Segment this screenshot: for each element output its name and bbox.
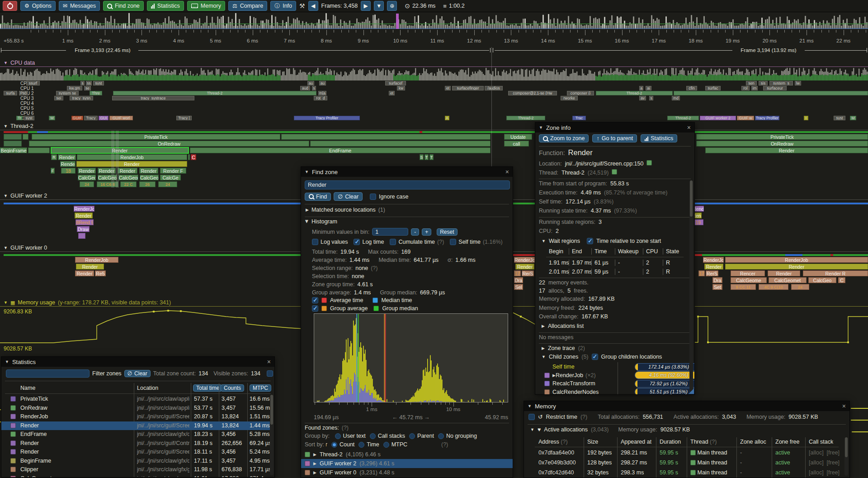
self-time-checkbox[interactable] (450, 239, 456, 245)
cpu-zone-chip[interactable]: av (639, 96, 646, 100)
zone-query-input[interactable] (305, 180, 510, 189)
zone-chip[interactable]: Render (75, 213, 93, 218)
zone-chip[interactable] (4, 141, 22, 147)
table-row[interactable]: BeginFrame jni/../jni/src/claw/gfx/drv/v… (1, 457, 270, 466)
histogram-section-header[interactable]: ▶ Histogram (306, 218, 337, 225)
zone-chip[interactable]: CalcGeo (78, 175, 96, 180)
zone-chip[interactable]: 24 (158, 181, 177, 187)
allocation-row[interactable]: 0x7dfc42d640 32 bytes 298.3 ms 59.95 s M… (524, 468, 842, 478)
zone-chip[interactable]: RenderJob (75, 257, 118, 263)
cpu-zone-chip[interactable]: Thread-2 (113, 91, 316, 95)
sort-mtpc-button[interactable]: MTPC (250, 384, 271, 392)
compare-button[interactable]: ⚖Compare (228, 1, 267, 11)
group-by-radio[interactable]: No grouping (438, 433, 477, 439)
frame-bands[interactable]: Frame 3,193 (22.45 ms) Frame 3,194 (13.9… (0, 47, 868, 54)
zone-chip[interactable]: Render (75, 270, 94, 276)
sort-counts-button[interactable]: Counts (221, 384, 244, 392)
group-by-radio[interactable]: User text (335, 433, 366, 439)
column-size[interactable]: Size (587, 439, 598, 445)
zone-chip[interactable]: RenderJol (514, 257, 535, 263)
matched-source-locations[interactable]: ▶ Matched source locations(1) (306, 207, 385, 213)
zone-chip[interactable] (310, 141, 491, 147)
table-row[interactable]: PrivateTick jni/../jni/src/claw/applicat… (1, 395, 270, 404)
resize-handle[interactable] (689, 388, 694, 394)
zone-chip[interactable]: T (429, 154, 434, 160)
zone-chip[interactable]: Render (58, 154, 76, 160)
zone-chip[interactable]: 17 (698, 270, 705, 276)
zone-chip[interactable]: Dra (514, 277, 523, 283)
guif-worker2-header[interactable]: ▼ GUIF worker 2 (4, 193, 47, 199)
cpu-zone-chip[interactable]: A (445, 116, 449, 120)
active-allocations-header[interactable]: ▼ ♥ Active allocations(3,043) Memory usa… (530, 426, 690, 433)
cpu-zone-chip[interactable]: syst (24, 116, 34, 120)
zone-statistics-button[interactable]: Statistics (641, 134, 677, 142)
group-children-checkbox[interactable] (592, 354, 598, 360)
cpu-zone-chip[interactable]: cfin (686, 86, 697, 90)
zone-chip[interactable]: 4C 9 C(10 (759, 284, 788, 290)
cpu-zone-chip[interactable]: GUIF (71, 116, 83, 120)
cpu-zone-chip[interactable]: Trac (572, 116, 586, 120)
zone-chip[interactable]: Update (504, 134, 532, 140)
zone-chip[interactable]: CalcGe (160, 175, 181, 180)
zone-chip[interactable]: 17 (514, 270, 521, 276)
table-row[interactable]: RenderJob jni/../jni/src/guif/Screen.cpp… (1, 412, 270, 421)
avg-median-checkbox[interactable] (312, 297, 318, 303)
table-row[interactable]: OnRedraw jni/../jni/src/claw/application… (1, 404, 270, 413)
zone-chip[interactable]: PrivateTick (696, 134, 868, 140)
frame-overview-strip[interactable] (0, 13, 868, 30)
zone-chip[interactable]: OnRedraw (29, 141, 309, 147)
zone-chip[interactable]: 24 (791, 284, 809, 290)
cpu-zone-chip[interactable]: M (49, 116, 55, 120)
zone-chip[interactable]: 22 C (120, 181, 137, 187)
cpu-zone-chip[interactable]: M (850, 116, 856, 120)
cpu-zone-chip[interactable]: surfacef (385, 81, 406, 85)
cpu-zone-chip[interactable]: kw.gm (67, 86, 82, 90)
cpu-zone-chip[interactable] (674, 91, 868, 95)
cpu-zone-chip[interactable]: GUIF worl (109, 116, 133, 120)
cpu-zone-chip[interactable]: Thread-2 (596, 91, 673, 95)
table-row[interactable]: Render jni/../jni/src/guif/Screen.cpp:25… (1, 421, 270, 431)
cpu-zone-chip[interactable]: Thread-2 (506, 116, 545, 120)
options-button[interactable]: ⚙Options (20, 1, 56, 11)
goto-frame-button[interactable]: ⊕ (387, 1, 397, 11)
child-zone-row[interactable]: ▶ RenderJob (×2) 4.16 ms (92.60%) (544, 371, 691, 380)
cpu-zone-chip[interactable]: Thre (90, 91, 102, 95)
zone-chip[interactable]: RenderJo (74, 206, 94, 212)
cpu-zone-chip[interactable]: system se (56, 91, 79, 95)
cumulate-time-checkbox[interactable] (390, 239, 396, 245)
cpu-zone-chip[interactable]: Tracy | (176, 116, 192, 120)
sort-total-time-button[interactable]: Total time (193, 384, 222, 392)
cpu-zone-chip[interactable]: lw (795, 81, 801, 85)
cpu-zone-chip[interactable]: Tr (16, 116, 23, 120)
table-row[interactable]: Render jni/../jni/src/guif/Screen.cpp:15… (1, 448, 270, 457)
child-zone-row[interactable]: Self time 172.14 µs (3.83%) (544, 363, 691, 371)
tools-icon[interactable]: ⚒ (299, 3, 305, 9)
reset-bin-button[interactable]: Reset (437, 228, 457, 236)
cpu-zone-chip[interactable]: GUI (99, 116, 108, 120)
cpu-zone-chip[interactable]: /audios (485, 86, 503, 90)
power-button[interactable] (3, 1, 17, 11)
found-zone-group[interactable]: ▶ Thread-2 (4,105) 6.46 s (301, 450, 513, 459)
column-location[interactable]: Location (137, 385, 158, 391)
zone-chip[interactable] (4, 134, 22, 140)
column-call-stack[interactable]: Call stack (809, 439, 833, 445)
column-zone-alloc[interactable]: Zone alloc (740, 439, 766, 445)
zone-chip[interactable]: CalcGeomet (769, 277, 807, 283)
memory-usage-header[interactable]: ▼ ▦ Memory usage (y-range: 178.27 KB, vi… (4, 299, 171, 306)
zone-chip[interactable]: 26 (139, 181, 156, 187)
column-name[interactable]: Name (20, 385, 35, 391)
close-icon[interactable]: × (505, 169, 509, 175)
zone-chip[interactable]: RerS (706, 270, 718, 276)
restrict-time-checkbox[interactable] (528, 414, 535, 420)
cpu-zone-chip[interactable]: composer (i (567, 91, 594, 95)
cpu-zone-chip[interactable]: surfac (705, 86, 721, 90)
zone-chip[interactable]: S (420, 154, 424, 160)
zone-chip[interactable]: RenderJob (725, 257, 868, 263)
zone-chip[interactable]: 18 (61, 168, 75, 174)
zone-chip[interactable]: Render (76, 264, 104, 270)
group-avg-median-checkbox[interactable] (312, 305, 318, 312)
zone-chip[interactable]: T (425, 154, 429, 160)
cpu-zone-chip[interactable]: GUIF w (737, 116, 754, 120)
zone-chip[interactable]: 24 (80, 181, 94, 187)
cpu-zone-chip[interactable]: sis (759, 81, 768, 85)
